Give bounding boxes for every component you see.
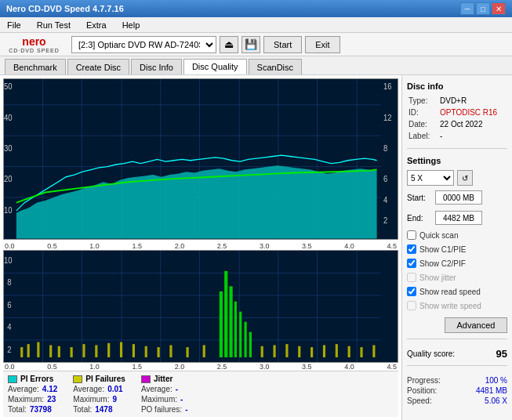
pi-errors-average: 4.12 [42, 385, 57, 393]
close-button[interactable]: ✕ [492, 2, 506, 15]
pi-failures-total: 1478 [95, 405, 112, 414]
show-c2-checkbox[interactable] [407, 259, 416, 268]
settings-refresh-button[interactable]: ↺ [457, 170, 473, 186]
speed-label: Speed: [407, 396, 432, 405]
svg-rect-62 [229, 286, 232, 357]
show-write-speed-row: Show write speed [407, 301, 507, 310]
svg-rect-49 [71, 347, 73, 357]
tab-disc-info[interactable]: Disc Info [131, 59, 182, 74]
top-chart-svg: 50 40 30 20 10 16 12 8 6 4 2 [4, 79, 398, 239]
start-label: Start: [407, 194, 432, 202]
chart-area: 50 40 30 20 10 16 12 8 6 4 2 [0, 75, 402, 420]
top-chart-x-labels: 0.0 0.5 1.0 1.5 2.0 2.5 3.0 3.5 4.0 4.5 [3, 242, 398, 250]
advanced-button[interactable]: Advanced [445, 317, 507, 333]
quality-score-row: Quality score: 95 [407, 348, 507, 360]
exit-button[interactable]: Exit [305, 36, 340, 53]
svg-text:6: 6 [7, 299, 11, 309]
svg-rect-66 [249, 331, 252, 357]
position-row: Position: 4481 MB [407, 386, 507, 395]
svg-rect-75 [360, 347, 362, 357]
svg-rect-44 [20, 347, 23, 357]
legend-area: PI Errors Average: 4.12 Maximum: 23 Tota… [3, 371, 398, 417]
speed-row: Speed: 5.06 X [407, 396, 507, 405]
disc-info-title: Disc info [407, 81, 507, 91]
legend-pi-failures: PI Failures Average: 0.01 Maximum: 9 Tot… [73, 375, 125, 414]
disc-info-id: ID: OPTODISC R16 [409, 107, 506, 118]
svg-rect-57 [169, 345, 172, 357]
disc-info-type: Type: DVD+R [409, 96, 506, 106]
jitter-average: - [176, 385, 178, 393]
divider-3 [407, 365, 507, 366]
save-button[interactable]: 💾 [241, 36, 260, 53]
nero-logo-top: nero [22, 35, 45, 48]
jitter-swatch [141, 375, 151, 383]
jitter-title: Jitter [154, 375, 172, 383]
tab-benchmark[interactable]: Benchmark [5, 59, 66, 74]
svg-rect-65 [244, 321, 246, 357]
quick-scan-checkbox[interactable] [407, 230, 416, 240]
speed-value: 5.06 X [485, 396, 507, 405]
svg-rect-48 [58, 346, 60, 357]
po-failures: - [185, 405, 187, 414]
settings-speed-row: 5 X 4 X 3 X Maximum ↺ [407, 170, 507, 186]
speed-select[interactable]: 5 X 4 X 3 X Maximum [407, 170, 454, 186]
menu-file[interactable]: File [3, 20, 25, 31]
svg-rect-55 [145, 346, 147, 357]
tab-bar: Benchmark Create Disc Disc Info Disc Qua… [0, 56, 512, 75]
svg-text:8: 8 [383, 143, 387, 153]
show-c1-label: Show C1/PIE [419, 245, 466, 254]
svg-rect-67 [261, 346, 263, 357]
legend-jitter: Jitter Average: - Maximum: - PO failures… [141, 375, 188, 414]
pi-failures-maximum: 9 [112, 395, 117, 404]
show-c2-row: Show C2/PIF [407, 259, 507, 268]
pi-errors-total: 73798 [30, 405, 52, 414]
tab-create-disc[interactable]: Create Disc [67, 59, 129, 74]
maximize-button[interactable]: □ [476, 2, 490, 15]
svg-rect-54 [133, 344, 135, 357]
start-input[interactable] [435, 190, 482, 205]
show-read-speed-checkbox[interactable] [407, 287, 416, 296]
pi-failures-average: 0.01 [107, 385, 122, 393]
menu-run-test[interactable]: Run Test [33, 20, 74, 31]
tab-scan-disc[interactable]: ScanDisc [249, 59, 302, 74]
bottom-chart-svg: 10 8 6 4 2 [4, 251, 398, 362]
menu-extra[interactable]: Extra [82, 20, 111, 31]
tab-disc-quality[interactable]: Disc Quality [183, 59, 247, 74]
disc-label-value: - [440, 131, 506, 141]
svg-text:12: 12 [383, 112, 392, 122]
eject-button[interactable]: ⏏ [220, 36, 238, 53]
end-input[interactable] [435, 211, 482, 225]
svg-rect-59 [203, 345, 205, 357]
svg-rect-69 [285, 344, 288, 357]
quality-score-label: Quality score: [407, 349, 455, 358]
main-content: 50 40 30 20 10 16 12 8 6 4 2 [0, 75, 512, 420]
svg-text:4: 4 [383, 194, 387, 205]
svg-text:10: 10 [4, 254, 13, 264]
disc-info-date: Date: 22 Oct 2022 [409, 119, 506, 129]
drive-select[interactable]: [2:3] Optiarc DVD RW AD-7240S 1.04 [71, 36, 216, 53]
progress-value: 100 % [485, 376, 507, 385]
menu-help[interactable]: Help [118, 20, 144, 31]
svg-rect-46 [37, 342, 39, 357]
quick-scan-row: Quick scan [407, 230, 507, 240]
bottom-chart: 10 8 6 4 2 [3, 250, 398, 363]
settings-title: Settings [407, 156, 507, 165]
show-c1-checkbox[interactable] [407, 244, 416, 254]
disc-info-label: Label: - [409, 131, 506, 141]
svg-rect-64 [239, 311, 241, 357]
title-bar: Nero CD-DVD Speed 4.7.7.16 ─ □ ✕ [0, 0, 512, 17]
svg-rect-70 [298, 346, 300, 357]
minimize-button[interactable]: ─ [460, 2, 474, 15]
position-value: 4481 MB [476, 386, 507, 395]
svg-rect-47 [49, 345, 52, 357]
svg-rect-72 [323, 345, 325, 357]
svg-text:16: 16 [383, 81, 392, 91]
show-jitter-label: Show jitter [419, 273, 456, 282]
legend-pi-errors: PI Errors Average: 4.12 Maximum: 23 Tota… [8, 375, 57, 414]
quality-score-value: 95 [496, 348, 507, 360]
svg-text:30: 30 [4, 143, 13, 153]
start-button[interactable]: Start [263, 36, 302, 53]
svg-rect-53 [120, 342, 122, 357]
show-c1-row: Show C1/PIE [407, 244, 507, 254]
pi-errors-title: PI Errors [20, 375, 53, 383]
